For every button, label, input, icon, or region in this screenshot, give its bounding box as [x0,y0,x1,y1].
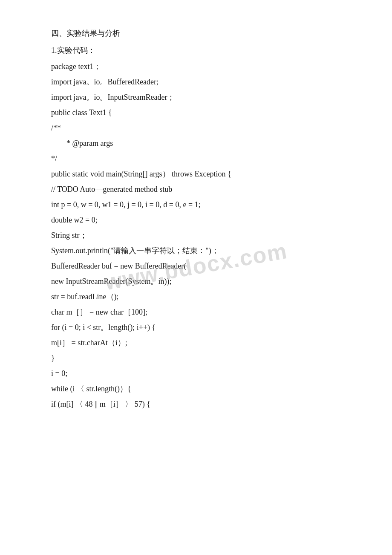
code-line-7: */ [51,151,341,166]
code-line-9: // TODO Auto—generated method stub [51,182,341,197]
code-line-18: for (i = 0; i < str。length(); i++) { [51,320,341,335]
code-line-23: if (m[i] 〈 48 || m［i］ 〉 57) { [51,396,341,412]
code-line-14: BufferedReader buf = new BufferedReader( [51,258,341,274]
code-line-8: public static void main(String[] args） t… [51,166,341,182]
code-line-5: /** [51,120,341,136]
code-line-19: m[i］ = str.charAt（i）; [51,335,341,350]
code-line-6: * @param args [51,136,341,151]
code-block: package text1； import java。io。BufferedRe… [51,59,341,412]
code-line-11: double w2 = 0; [51,212,341,228]
code-line-3: import java。io。InputStreamReader； [51,90,341,105]
main-content: www.bdocx.com 四、实验结果与分析 1.实验代码： package … [51,26,341,412]
code-line-15: new InputStreamReader(System。in)); [51,274,341,289]
subtitle: 1.实验代码： [51,43,341,58]
code-line-17: char m［］ = new char［100]; [51,304,341,320]
code-line-12: String str； [51,228,341,243]
section-title: 四、实验结果与分析 [51,26,341,41]
code-line-13: System.out.println("请输入一串字符以；结束：")； [51,243,341,258]
code-line-4: public class Text1 { [51,105,341,120]
code-line-10: int p = 0, w = 0, w1 = 0, j = 0, i = 0, … [51,197,341,212]
code-line-2: import java。io。BufferedReader; [51,74,341,90]
code-line-22: while (i 〈 str.length()）{ [51,381,341,396]
code-line-21: i = 0; [51,366,341,381]
code-line-1: package text1； [51,59,341,74]
code-line-20: } [51,350,341,366]
code-line-16: str = buf.readLine（); [51,289,341,304]
